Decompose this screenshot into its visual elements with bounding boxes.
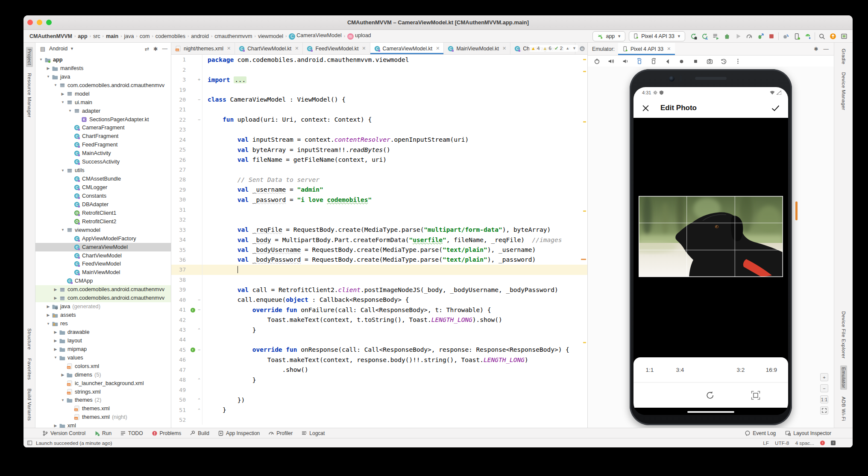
rotate-right-icon[interactable] <box>649 57 657 65</box>
tree-expand-icon[interactable]: ▶ <box>45 304 51 309</box>
next-problem-icon[interactable]: ▼ <box>572 46 576 50</box>
profile-icon[interactable] <box>733 32 743 41</box>
override-gutter-icon[interactable]: ↑ <box>189 347 196 352</box>
tree-expand-icon[interactable]: ▼ <box>67 109 73 113</box>
stripe-item-structure[interactable]: Structure <box>26 327 33 351</box>
tree-item-chartfragment[interactable]: CChartFragment <box>35 132 171 140</box>
code-line-24[interactable]: 24 val inputStream = context.contentReso… <box>171 135 587 145</box>
hide-panel-icon[interactable]: — <box>162 46 168 52</box>
tree-expand-icon[interactable]: ▼ <box>53 83 59 87</box>
tree-item-viewmodel[interactable]: ▼viewmodel <box>35 226 171 234</box>
tree-expand-icon[interactable]: ▼ <box>60 100 66 104</box>
close-tab-icon[interactable]: ✕ <box>227 46 231 51</box>
tree-expand-icon[interactable]: ▼ <box>60 228 66 232</box>
breadcrumb-item[interactable]: mupload <box>347 32 371 40</box>
error-stripe-mark[interactable] <box>583 71 586 72</box>
notifications-icon[interactable]: ! <box>831 441 836 445</box>
fold-marker[interactable]: − <box>196 295 202 305</box>
tree-item-camerafragment[interactable]: CCameraFragment <box>35 124 171 132</box>
breadcrumb-item[interactable]: src <box>93 33 100 39</box>
breadcrumb-item[interactable]: cmauthenmvvm <box>214 33 252 39</box>
override-icon[interactable]: ↑ <box>191 308 195 312</box>
sync-gradle-icon[interactable] <box>780 32 791 41</box>
power-icon[interactable] <box>593 57 601 65</box>
tree-item-utils[interactable]: ▼utils <box>35 166 171 175</box>
tree-item-cameraviewmodel[interactable]: CCameraViewModel <box>35 243 171 251</box>
tree-item-mainviewmodel[interactable]: CMainViewModel <box>35 268 171 277</box>
fold-marker[interactable]: ⌃ <box>196 405 202 415</box>
aspect-ratio-3-2[interactable]: 3:2 <box>736 367 746 373</box>
stripe-item-favorites[interactable]: Favorites <box>26 356 33 382</box>
code-line-41[interactable]: 41↑− override fun onFailure(call: Call<R… <box>171 305 587 315</box>
tool-window-switcher-icon[interactable] <box>27 440 32 446</box>
volume-up-icon[interactable] <box>607 57 615 65</box>
tree-item-values[interactable]: ▼values <box>35 353 171 362</box>
override-gutter-icon[interactable]: ↑ <box>189 307 196 312</box>
tree-expand-icon[interactable]: ▶ <box>45 66 51 70</box>
tree-item-themes-xml[interactable]: <>themes.xml <box>35 404 171 413</box>
toolwindow-button-todo[interactable]: TODO <box>120 430 143 436</box>
tree-item-model[interactable]: ▶model <box>35 90 171 98</box>
tree-item-themes-xml[interactable]: <>themes.xml(night) <box>35 413 171 421</box>
tree-item-assets[interactable]: ▶assets <box>35 311 171 319</box>
tree-expand-icon[interactable]: ▼ <box>45 75 51 79</box>
encoding-indicator[interactable]: UTF-8 <box>775 440 789 446</box>
code-line-19[interactable]: 19 <box>171 85 587 94</box>
tree-expand-icon[interactable]: ▼ <box>45 322 51 326</box>
tree-item-adapter[interactable]: ▼adapter <box>35 107 171 115</box>
stripe-item-emulator[interactable]: Emulator <box>840 365 847 390</box>
sdk-manager-icon[interactable] <box>803 32 813 41</box>
prev-problem-icon[interactable]: ▲ <box>566 46 569 50</box>
tree-item-successactivity[interactable]: CSuccessActivity <box>35 158 171 166</box>
code-line-30[interactable]: 30 val _password = "i love codemobiles" <box>171 195 587 204</box>
aspect-ratio-3-4[interactable]: 3:4 <box>675 367 685 373</box>
tree-item-chartviewmodel[interactable]: CChartViewModel <box>35 251 171 260</box>
error-stripe-mark[interactable] <box>583 59 586 60</box>
code-line-31[interactable]: 31 <box>171 205 587 215</box>
code-line-37[interactable]: 37 <box>171 265 587 275</box>
tree-expand-icon[interactable]: ▶ <box>53 296 59 300</box>
code-line-49[interactable]: 49 <box>171 385 587 394</box>
upgrade-assistant-icon[interactable] <box>828 32 838 41</box>
stripe-item-gradle[interactable]: Gradle <box>840 47 847 66</box>
tree-item-constants[interactable]: CConstants <box>35 192 171 200</box>
tree-expand-icon[interactable]: ▶ <box>53 330 59 334</box>
code-line-36[interactable]: 36 val _bodyPassword = RequestBody.creat… <box>171 255 587 265</box>
tree-item-mainactivity[interactable]: CMainActivity <box>35 149 171 158</box>
tree-item-strings-xml[interactable]: <>strings.xml <box>35 388 171 396</box>
minimize-window-button[interactable] <box>37 20 42 25</box>
fit-to-window-button[interactable] <box>820 406 828 415</box>
code-line-26[interactable]: 26 val fileName = getFileName(context, u… <box>171 155 587 164</box>
fold-marker[interactable]: ⌃ <box>196 395 202 405</box>
code-line-45[interactable]: 45↑− override fun onResponse(call: Call<… <box>171 345 587 355</box>
code-line-42[interactable]: 42 Toast.makeText(context, t.toString(),… <box>171 315 587 324</box>
snapshots-icon[interactable] <box>720 57 727 65</box>
toolwindow-button-run[interactable]: Run <box>94 430 111 436</box>
apply-code-changes-icon[interactable]: A <box>700 32 710 41</box>
stripe-item-adb-wi-fi[interactable]: ADB Wi-Fi <box>840 395 847 423</box>
tree-item-drawable[interactable]: ▶drawable <box>35 328 171 336</box>
tree-item-themes[interactable]: ▼themes(2) <box>35 396 171 405</box>
toolwindow-button-logcat[interactable]: Logcat <box>301 430 325 436</box>
error-stripe-mark[interactable] <box>583 121 586 123</box>
breadcrumb-item[interactable]: CCameraViewModel <box>289 32 341 40</box>
code-editor[interactable]: 1package com.codemobiles.android.cmauthe… <box>171 55 587 428</box>
breadcrumb-item[interactable]: java <box>124 33 134 39</box>
code-line-48[interactable]: 48⌃ } <box>171 375 587 385</box>
zoom-out-button[interactable]: − <box>820 384 828 392</box>
code-line-44[interactable]: 44 <box>171 335 587 345</box>
settings-gear-icon[interactable]: ✱ <box>153 46 158 52</box>
tree-item-feedfragment[interactable]: CFeedFragment <box>35 140 171 149</box>
tree-item-java[interactable]: ▶java(generated) <box>35 302 171 311</box>
tree-item-cmlogger[interactable]: CCMLogger <box>35 183 171 192</box>
fold-marker[interactable]: − <box>196 95 202 105</box>
crop-photo[interactable] <box>639 196 783 277</box>
code-line-29[interactable]: 29 val _username = "admin" <box>171 185 587 195</box>
tree-item-cmassetbundle[interactable]: CCMAssetBundle <box>35 175 171 183</box>
tree-item-retrofitclient2[interactable]: ORetrofitClient2 <box>35 217 171 226</box>
override-icon[interactable]: ↑ <box>191 348 195 352</box>
tree-item-colors-xml[interactable]: <>colors.xml <box>35 362 171 371</box>
tree-item-com-codemobiles-android-cmauthenmvv[interactable]: ▼com.codemobiles.android.cmauthenmvv <box>35 81 171 90</box>
fold-marker[interactable]: ⌃ <box>196 325 202 335</box>
toolwindow-button-problems[interactable]: Problems <box>152 430 182 436</box>
